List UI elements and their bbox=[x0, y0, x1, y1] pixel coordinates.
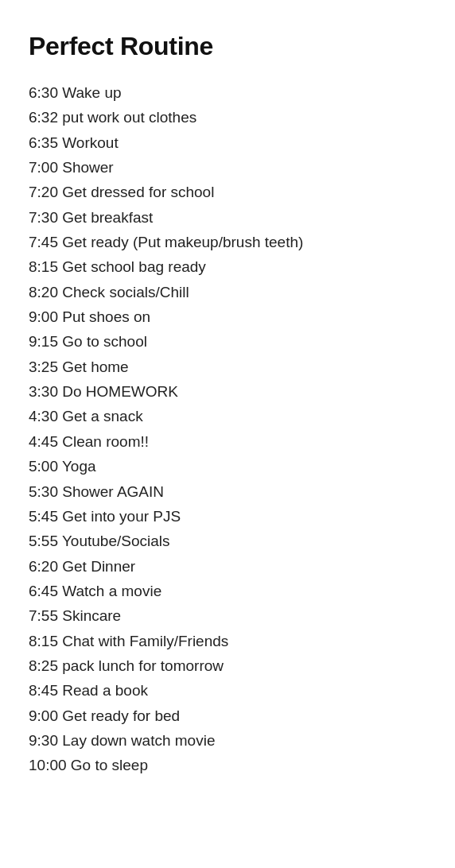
list-item: 3:25 Get home bbox=[29, 355, 426, 379]
list-item: 7:20 Get dressed for school bbox=[29, 180, 426, 204]
page-title: Perfect Routine bbox=[29, 32, 426, 61]
list-item: 9:15 Go to school bbox=[29, 329, 426, 354]
list-item: 7:30 Get breakfast bbox=[29, 205, 426, 230]
list-item: 9:00 Get ready for bed bbox=[29, 703, 426, 728]
list-item: 7:45 Get ready (Put makeup/brush teeth) bbox=[29, 230, 426, 254]
list-item: 4:30 Get a snack bbox=[29, 404, 426, 428]
schedule-list: 6:30 Wake up6:32 put work out clothes6:3… bbox=[29, 80, 426, 778]
list-item: 6:30 Wake up bbox=[29, 80, 426, 105]
list-item: 6:32 put work out clothes bbox=[29, 105, 426, 130]
list-item: 3:30 Do HOMEWORK bbox=[29, 379, 426, 404]
list-item: 8:15 Get school bag ready bbox=[29, 254, 426, 279]
list-item: 8:15 Chat with Family/Friends bbox=[29, 629, 426, 653]
list-item: 5:30 Shower AGAIN bbox=[29, 479, 426, 504]
list-item: 5:00 Yoga bbox=[29, 454, 426, 479]
list-item: 4:45 Clean room!! bbox=[29, 429, 426, 454]
list-item: 10:00 Go to sleep bbox=[29, 753, 426, 777]
list-item: 8:45 Read a book bbox=[29, 678, 426, 703]
list-item: 5:45 Get into your PJS bbox=[29, 504, 426, 529]
list-item: 8:25 pack lunch for tomorrow bbox=[29, 653, 426, 678]
list-item: 7:00 Shower bbox=[29, 155, 426, 180]
list-item: 7:55 Skincare bbox=[29, 603, 426, 628]
list-item: 9:30 Lay down watch movie bbox=[29, 728, 426, 753]
list-item: 5:55 Youtube/Socials bbox=[29, 529, 426, 553]
list-item: 6:45 Watch a movie bbox=[29, 579, 426, 603]
list-item: 8:20 Check socials/Chill bbox=[29, 280, 426, 304]
list-item: 6:20 Get Dinner bbox=[29, 554, 426, 579]
list-item: 9:00 Put shoes on bbox=[29, 304, 426, 329]
list-item: 6:35 Workout bbox=[29, 130, 426, 155]
